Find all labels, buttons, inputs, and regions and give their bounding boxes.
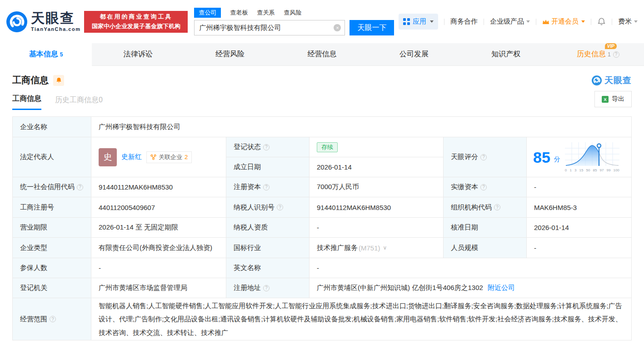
apps-label: 应用 bbox=[413, 17, 426, 26]
nav-cooperation[interactable]: 商务合作 bbox=[450, 17, 478, 26]
field-value-establish-date: 2026-01-14 bbox=[310, 157, 444, 177]
export-button[interactable]: X 导出 bbox=[594, 91, 632, 107]
tab-company-development[interactable]: 公司发展 bbox=[368, 43, 460, 65]
field-value-organization-code: MAK6HM85-3 bbox=[527, 197, 632, 218]
tab-operating-info-label: 经营信息 bbox=[307, 50, 336, 59]
field-label-business-scope: 经营范围? bbox=[13, 298, 91, 340]
related-companies-badge[interactable]: 关联企业 2 bbox=[146, 151, 192, 163]
field-label-registration-number: 工商注册号 bbox=[13, 197, 91, 218]
field-label-business-term: 营业期限 bbox=[13, 218, 91, 238]
legal-representative-link[interactable]: 史新红 bbox=[121, 153, 142, 161]
field-label-company-name: 企业名称 bbox=[13, 117, 91, 137]
tab-history-info-count: 1 bbox=[608, 51, 611, 58]
related-companies-count: 2 bbox=[185, 154, 188, 160]
vip-badge: VIP bbox=[605, 43, 617, 49]
search-tab-company[interactable]: 查公司 bbox=[194, 8, 221, 18]
chevron-down-icon[interactable]: ∨ bbox=[383, 245, 387, 251]
divider bbox=[591, 19, 591, 25]
nav-user[interactable]: 费米 bbox=[618, 17, 638, 26]
clear-icon[interactable]: × bbox=[334, 24, 341, 31]
help-icon[interactable]: ? bbox=[77, 184, 83, 190]
tab-history-info[interactable]: 历史信息 VIP 1 ? bbox=[552, 43, 644, 65]
field-label-english-name: 英文名称 bbox=[226, 258, 310, 278]
notification-bell-icon[interactable] bbox=[597, 17, 606, 26]
help-icon[interactable]: ? bbox=[480, 184, 487, 190]
field-value-paid-capital: - bbox=[527, 177, 632, 197]
search-tab-relation[interactable]: 查关系 bbox=[257, 8, 275, 18]
brand-domain: TianYanCha.com bbox=[31, 26, 80, 32]
help-icon[interactable]: ? bbox=[263, 285, 270, 291]
tab-company-development-label: 公司发展 bbox=[399, 50, 429, 59]
help-icon[interactable]: ? bbox=[480, 154, 487, 160]
section-header: 工商信息 天眼查 bbox=[12, 74, 632, 86]
field-label-industry: 国标行业 bbox=[226, 238, 310, 258]
field-label-credit-code: 统一社会信用代码? bbox=[13, 177, 91, 197]
slogan-line-2: 国家中小企业发展子基金旗下机构 bbox=[84, 22, 188, 31]
nav-vip[interactable]: 开通会员 bbox=[542, 17, 585, 26]
watermark-logo: 天眼查 bbox=[592, 75, 632, 86]
help-icon[interactable]: ? bbox=[613, 51, 619, 58]
field-label-registered-capital: 注册资本? bbox=[226, 177, 310, 197]
field-value-registration-number: 440112005409607 bbox=[91, 197, 226, 218]
tab-lawsuit[interactable]: 法律诉讼 bbox=[92, 43, 184, 65]
status-badge: 存续 bbox=[317, 142, 338, 152]
section-title: 工商信息 bbox=[12, 74, 49, 86]
nearby-companies-link[interactable]: 附近公司 bbox=[488, 284, 515, 292]
caret-down-icon bbox=[430, 20, 434, 23]
apps-menu[interactable]: 应用 bbox=[399, 14, 438, 30]
caret-down-icon bbox=[526, 20, 530, 23]
field-label-legal-representative: 法定代表人 bbox=[13, 137, 91, 177]
grid-icon bbox=[403, 18, 410, 25]
field-label-approval-date: 核准日期 bbox=[444, 218, 527, 238]
search-button[interactable]: 天眼一下 bbox=[349, 20, 394, 35]
business-info-table: 企业名称 广州稀宇极智科技有限公司 法定代表人 史 史新红 关联企业 2 登记状… bbox=[12, 116, 632, 340]
help-icon[interactable]: ? bbox=[277, 204, 283, 210]
help-icon[interactable]: ? bbox=[263, 184, 270, 190]
subtab-bar: 工商信息 历史工商信息0 X 导出 bbox=[12, 94, 632, 110]
tab-basic-info[interactable]: 基本信息 5 bbox=[0, 43, 92, 66]
caret-down-icon bbox=[581, 20, 585, 23]
field-value-company-type: 有限责任公司(外商投资企业法人独资) bbox=[91, 238, 226, 258]
network-icon bbox=[150, 154, 156, 160]
divider bbox=[484, 19, 484, 25]
tab-basic-info-count: 5 bbox=[60, 51, 63, 58]
crown-icon bbox=[542, 19, 549, 25]
search-area: 查公司 查老板 查关系 查风险 × 天眼一下 bbox=[194, 8, 394, 35]
monitor-bell-icon[interactable] bbox=[53, 75, 64, 86]
field-value-registration-authority: 广州市黄埔区市场监督管理局 bbox=[91, 278, 226, 298]
nav-enterprise-label: 企业级产品 bbox=[490, 17, 524, 26]
field-label-registration-status: 登记状态? bbox=[226, 137, 310, 157]
field-label-staff-size: 人员规模 bbox=[444, 238, 527, 258]
brand-logo[interactable]: 天眼查 TianYanCha.com bbox=[6, 11, 80, 32]
field-label-establish-date: 成立日期 bbox=[226, 157, 310, 177]
field-value-insured-count: - bbox=[91, 258, 226, 278]
help-icon[interactable]: ? bbox=[50, 316, 56, 322]
tab-operating-info[interactable]: 经营信息 bbox=[276, 43, 368, 65]
tab-lawsuit-label: 法律诉讼 bbox=[124, 50, 153, 59]
field-value-approval-date: 2026-01-14 bbox=[527, 218, 632, 238]
score-value: 85 bbox=[533, 150, 550, 165]
field-label-taxpayer-id: 纳税人识别号? bbox=[226, 197, 310, 218]
field-label-taxpayer-quality: 纳税人资质 bbox=[226, 218, 310, 238]
export-label: 导出 bbox=[612, 95, 624, 103]
subtab-history-business-info[interactable]: 历史工商信息0 bbox=[55, 95, 103, 110]
subtab-business-info[interactable]: 工商信息 bbox=[12, 94, 41, 110]
avatar[interactable]: 史 bbox=[99, 148, 117, 166]
field-value-business-term: 2026-01-14 至 无固定期限 bbox=[91, 218, 226, 238]
main-tab-bar: 基本信息 5 法律诉讼 经营风险 经营信息 公司发展 知识产权 历史信息 VIP… bbox=[0, 43, 644, 66]
field-value-staff-size: - bbox=[527, 238, 632, 258]
top-nav: 应用 商务合作 企业级产品 开通会员 费米 bbox=[399, 14, 638, 30]
help-icon[interactable]: ? bbox=[263, 144, 270, 150]
field-value-taxpayer-quality: - bbox=[310, 218, 444, 238]
nav-enterprise[interactable]: 企业级产品 bbox=[490, 17, 530, 26]
score-axis-ticks: 013 155085 9799100 bbox=[565, 168, 619, 172]
field-value-industry: 技术推广服务 (M751) ∨ bbox=[310, 238, 444, 258]
nav-user-label: 费米 bbox=[618, 17, 632, 26]
help-icon[interactable]: ? bbox=[494, 204, 500, 210]
search-tab-risk[interactable]: 查风险 bbox=[284, 8, 301, 18]
tab-operating-risk[interactable]: 经营风险 bbox=[184, 43, 276, 65]
search-tab-boss[interactable]: 查老板 bbox=[230, 8, 248, 18]
top-header: 天眼查 TianYanCha.com 都在用的商业查询工具 国家中小企业发展子基… bbox=[0, 0, 644, 43]
search-input[interactable] bbox=[195, 20, 344, 35]
tab-intellectual-property[interactable]: 知识产权 bbox=[460, 43, 552, 65]
